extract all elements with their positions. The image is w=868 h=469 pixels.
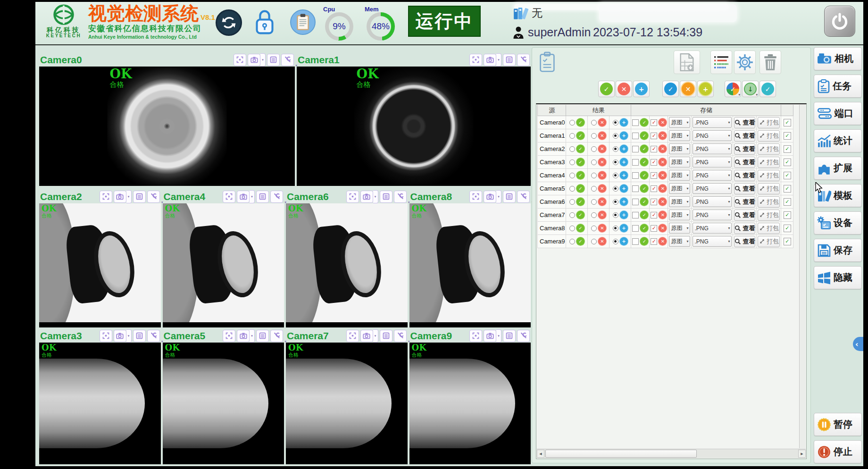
result-fail-radio[interactable] (591, 226, 597, 231)
result-list-button[interactable] (267, 54, 280, 66)
snapshot-button[interactable] (237, 330, 250, 342)
format-dropdown[interactable]: .PNG▾ (693, 157, 732, 168)
result-auto-radio[interactable] (613, 133, 618, 139)
result-list-button[interactable] (256, 330, 269, 342)
snapshot-dropdown[interactable]: ▾ (126, 329, 132, 343)
fullscreen-button[interactable] (469, 330, 482, 342)
pack-button[interactable]: 打包 (758, 117, 780, 128)
view-button[interactable]: 查看 (734, 209, 755, 221)
result-auto-radio[interactable] (613, 120, 618, 126)
sidebar-item-save[interactable]: 保存 (814, 239, 862, 262)
result-fail-radio[interactable] (591, 239, 597, 244)
result-pass-radio[interactable] (569, 173, 575, 178)
store-pass-checkbox[interactable]: ✓ (632, 159, 639, 166)
snapshot-dropdown[interactable]: ▾ (250, 329, 255, 343)
snapshot-button[interactable] (237, 191, 250, 203)
format-dropdown[interactable]: .PNG▾ (693, 143, 732, 154)
image-type-dropdown[interactable]: 原图▾ (669, 157, 690, 168)
panel-collapse-handle[interactable]: ‹ (853, 337, 863, 351)
view-button[interactable]: 查看 (734, 236, 755, 247)
row-confirm-checkbox[interactable]: ✓ (784, 225, 791, 232)
store-pass-checkbox[interactable]: ✓ (632, 172, 639, 179)
pack-button[interactable]: 打包 (758, 209, 780, 221)
view-button[interactable]: 查看 (734, 117, 755, 128)
image-type-dropdown[interactable]: 原图▾ (669, 196, 690, 207)
image-type-dropdown[interactable]: 原图▾ (669, 223, 690, 234)
table-horizontal-scrollbar[interactable]: ◀ ▶ (537, 449, 806, 458)
store-fail-checkbox[interactable]: ✓ (651, 185, 657, 192)
export-data-button[interactable] (674, 50, 700, 74)
result-auto-radio[interactable] (613, 239, 618, 244)
view-button[interactable]: 查看 (734, 223, 755, 234)
result-auto-radio[interactable] (613, 226, 618, 231)
tools-button[interactable]: ▾ (270, 330, 283, 342)
result-pass-radio[interactable] (569, 226, 575, 231)
sidebar-item-extend[interactable]: 扩展 (814, 157, 862, 180)
image-type-dropdown[interactable]: 原图▾ (669, 183, 690, 194)
pack-button[interactable]: 打包 (758, 170, 780, 181)
store-fail-checkbox[interactable]: ✓ (651, 199, 657, 205)
store-pass-checkbox[interactable]: ✓ (632, 185, 639, 192)
fullscreen-button[interactable] (223, 191, 235, 203)
tools-button[interactable]: ▾ (281, 54, 294, 66)
image-type-dropdown[interactable]: 原图▾ (669, 209, 690, 220)
result-list-button[interactable] (503, 191, 516, 203)
tools-button[interactable]: ▾ (517, 330, 530, 342)
format-dropdown[interactable]: .PNG▾ (693, 223, 732, 234)
download-all-button[interactable]: ↓▾ (742, 81, 759, 97)
row-confirm-checkbox[interactable]: ✓ (784, 198, 791, 206)
report-button[interactable] (290, 9, 316, 35)
result-list-button[interactable] (380, 330, 392, 342)
snapshot-button[interactable] (114, 191, 126, 203)
storage-check-all-button[interactable]: ✓ (662, 81, 679, 97)
tools-button[interactable]: ▾ (394, 330, 407, 342)
snapshot-dropdown[interactable]: ▾ (496, 190, 501, 203)
task-list-button[interactable] (539, 51, 556, 75)
tools-button[interactable]: ▾ (270, 191, 283, 203)
result-list-button[interactable] (503, 330, 516, 342)
tools-button[interactable]: ▾ (517, 54, 530, 66)
snapshot-dropdown[interactable]: ▾ (260, 53, 266, 67)
result-add-button[interactable]: + (633, 81, 650, 97)
fullscreen-button[interactable] (346, 191, 359, 203)
store-pass-checkbox[interactable]: ✓ (632, 133, 639, 139)
snapshot-button[interactable] (484, 54, 496, 66)
image-type-dropdown[interactable]: 原图▾ (669, 143, 690, 154)
store-fail-checkbox[interactable]: ✓ (651, 119, 657, 126)
result-auto-radio[interactable] (613, 159, 618, 165)
result-pass-radio[interactable] (569, 186, 575, 192)
row-confirm-checkbox[interactable]: ✓ (784, 238, 791, 245)
result-pass-radio[interactable] (569, 146, 575, 152)
storage-add-button[interactable]: + (697, 81, 714, 97)
view-button[interactable]: 查看 (734, 157, 755, 168)
confirm-all-button[interactable]: ✓ (760, 81, 776, 97)
clear-button[interactable] (760, 50, 781, 74)
sidebar-item-device[interactable]: 设备 (814, 211, 862, 234)
result-fail-radio[interactable] (591, 199, 597, 205)
format-dropdown[interactable]: .PNG▾ (693, 196, 732, 207)
pack-button[interactable]: 打包 (758, 236, 780, 247)
sidebar-item-port[interactable]: 端口 (814, 102, 862, 125)
snapshot-dropdown[interactable]: ▾ (496, 329, 501, 343)
format-dropdown[interactable]: .PNG▾ (693, 183, 732, 194)
format-dropdown[interactable]: .PNG▾ (693, 117, 732, 128)
store-pass-checkbox[interactable]: ✓ (632, 225, 639, 232)
snapshot-dropdown[interactable]: ▾ (373, 329, 378, 343)
pause-button[interactable]: 暂停 (814, 413, 862, 436)
tools-button[interactable]: ▾ (147, 330, 160, 342)
color-apply-button[interactable]: ✓▾ (725, 81, 741, 97)
store-pass-checkbox[interactable]: ✓ (632, 238, 639, 245)
storage-uncheck-all-button[interactable]: ✕ (680, 81, 696, 97)
pack-button[interactable]: 打包 (758, 130, 780, 142)
result-list-button[interactable] (503, 54, 516, 66)
sidebar-item-stats[interactable]: 统计 (814, 129, 862, 152)
sidebar-item-camera[interactable]: 相机 (814, 47, 862, 70)
view-button[interactable]: 查看 (734, 143, 755, 155)
format-dropdown[interactable]: .PNG▾ (693, 209, 732, 220)
store-fail-checkbox[interactable]: ✓ (651, 159, 657, 166)
row-confirm-checkbox[interactable]: ✓ (784, 159, 791, 166)
snapshot-dropdown[interactable]: ▾ (250, 190, 255, 203)
fullscreen-button[interactable] (469, 54, 482, 66)
pack-button[interactable]: 打包 (758, 183, 780, 194)
result-list-button[interactable] (133, 330, 146, 342)
